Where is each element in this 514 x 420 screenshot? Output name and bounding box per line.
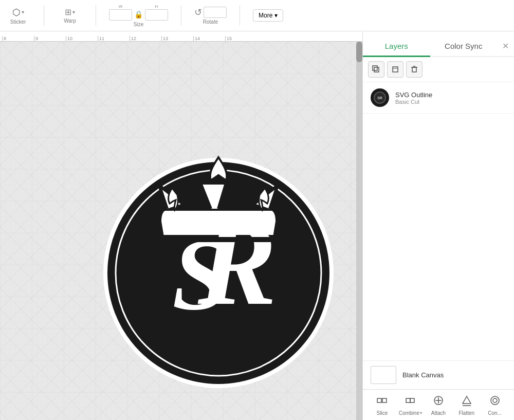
panel-spacer (363, 114, 514, 360)
svg-rect-21 (406, 398, 410, 403)
svg-rect-13 (373, 66, 377, 70)
ruler-top: 8 9 10 11 12 13 14 15 (0, 31, 362, 42)
ruler-mark-14: 14 (193, 36, 225, 41)
copy-icon (391, 65, 399, 74)
slice-tool[interactable]: Slice (369, 394, 395, 416)
copy-button[interactable] (387, 61, 403, 78)
ruler-mark-12: 12 (130, 36, 161, 41)
svg-rect-14 (393, 67, 398, 72)
scrollbar-thumb[interactable] (356, 42, 362, 62)
width-input[interactable] (109, 9, 132, 21)
ruler-mark-8: 8 (2, 36, 34, 41)
divider-3 (181, 5, 181, 26)
slice-icon (376, 394, 388, 409)
divider-2 (96, 5, 96, 26)
blank-canvas-item[interactable]: Blank Canvas (363, 360, 514, 389)
combine-tool[interactable]: Combine ▾ (397, 394, 423, 416)
warp-label: Warp (64, 18, 76, 24)
panel-toolbar (363, 57, 514, 82)
delete-button[interactable] (406, 61, 423, 78)
more-button[interactable]: More ▾ (253, 9, 283, 22)
attach-label: Attach (431, 410, 446, 416)
attach-icon (432, 394, 445, 409)
contour-icon (489, 394, 501, 409)
combine-label: Combine (399, 410, 419, 416)
rotate-label: Rotate (203, 19, 218, 25)
panel-bottom-toolbar: Slice Combine ▾ (363, 389, 514, 420)
layer-name: SVG Outline (395, 91, 506, 99)
right-panel: Layers Color Sync ✕ (362, 31, 514, 420)
ruler-mark-13: 13 (161, 36, 193, 41)
attach-tool[interactable]: Attach (426, 394, 451, 416)
top-toolbar: ⬡ ▾ Sticker ⊞ ▾ Warp W 🔒 H Size (0, 0, 514, 31)
lock-icon[interactable]: 🔒 (134, 10, 143, 19)
svg-point-28 (493, 398, 497, 403)
slice-label: Slice (377, 410, 388, 416)
grid-canvas[interactable]: S R (0, 42, 356, 420)
panel-tabs: Layers Color Sync ✕ (363, 31, 514, 57)
contour-tool[interactable]: Con... (482, 394, 508, 416)
tab-layers[interactable]: Layers (363, 42, 430, 57)
more-arrow: ▾ (274, 12, 278, 19)
delete-icon (410, 65, 418, 74)
layer-thumb-text: SR (374, 92, 386, 104)
blank-canvas-label: Blank Canvas (402, 371, 444, 379)
flatten-icon (461, 394, 473, 409)
svg-point-27 (491, 396, 499, 405)
layer-type: Basic Cut (395, 99, 506, 105)
size-label: Size (134, 22, 143, 27)
combine-arrow: ▾ (420, 411, 422, 415)
divider-4 (240, 5, 240, 26)
svg-rect-19 (377, 398, 381, 403)
sticker-tool[interactable]: ⬡ ▾ Sticker (5, 7, 31, 25)
divider-1 (44, 5, 44, 26)
combine-with-arrow: Combine ▾ (399, 410, 422, 416)
scrollbar-right[interactable] (356, 42, 362, 420)
canvas-area[interactable]: 8 9 10 11 12 13 14 15 (0, 31, 362, 420)
sticker-label: Sticker (10, 19, 26, 25)
svg-rect-22 (410, 398, 414, 403)
layer-info: SVG Outline Basic Cut (395, 91, 506, 105)
ruler-mark-10: 10 (66, 36, 98, 41)
rotate-input[interactable] (204, 7, 227, 18)
tab-color-sync[interactable]: Color Sync (430, 42, 498, 57)
more-label: More (259, 12, 272, 19)
duplicate-icon (372, 65, 380, 74)
panel-close-button[interactable]: ✕ (497, 36, 514, 56)
contour-label: Con... (488, 410, 502, 416)
ruler-mark-9: 9 (34, 36, 66, 41)
layer-item-svg-outline[interactable]: SR SVG Outline Basic Cut (363, 82, 514, 114)
main-area: 8 9 10 11 12 13 14 15 (0, 31, 514, 420)
canvas-svg: S R (0, 42, 356, 420)
ruler-mark-15: 15 (225, 36, 257, 41)
combine-icon (404, 394, 416, 409)
height-input[interactable] (145, 9, 168, 21)
svg-rect-16 (412, 67, 416, 72)
svg-rect-20 (382, 398, 387, 403)
size-tool: W 🔒 H Size (109, 4, 168, 27)
ruler-marks: 8 9 10 11 12 13 14 15 (2, 36, 257, 41)
ruler-mark-11: 11 (98, 36, 130, 41)
svg-text:R: R (197, 198, 277, 330)
svg-rect-12 (374, 67, 379, 72)
layer-thumbnail: SR (371, 88, 389, 107)
blank-canvas-thumbnail (371, 366, 396, 384)
flatten-label: Flatten (458, 410, 474, 416)
duplicate-button[interactable] (368, 61, 384, 78)
warp-tool[interactable]: ⊞ ▾ Warp (57, 7, 83, 24)
rotate-tool: ↺ Rotate (194, 7, 227, 25)
flatten-tool[interactable]: Flatten (454, 394, 480, 416)
